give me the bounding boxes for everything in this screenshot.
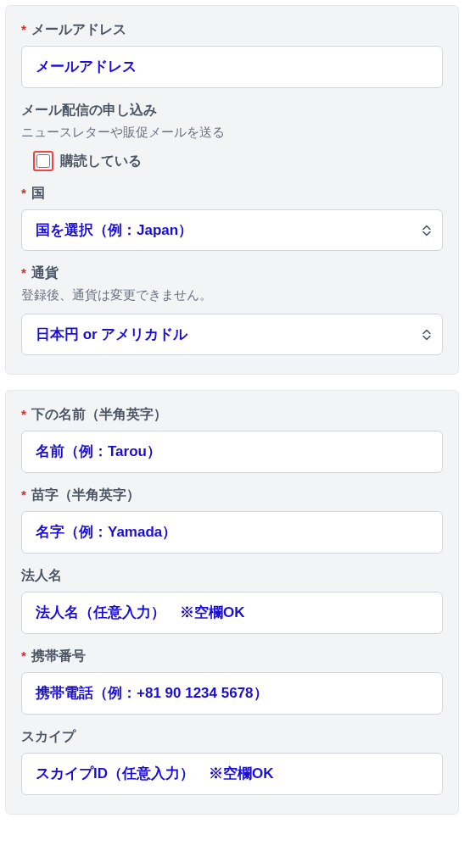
currency-helper: 登録後、通貨は変更できません。 xyxy=(21,287,443,303)
company-label: 法人名 xyxy=(21,567,62,585)
first-name-label: 下の名前（半角英字） xyxy=(31,406,167,424)
required-mark: * xyxy=(21,186,26,200)
newsletter-checkbox-label: 購読している xyxy=(60,153,142,170)
newsletter-helper: ニュースレターや販促メールを送る xyxy=(21,125,443,141)
skype-input[interactable] xyxy=(21,753,443,795)
currency-label: 通貨 xyxy=(31,264,59,282)
country-label: 国 xyxy=(31,185,45,203)
last-name-label: 苗字（半角英字） xyxy=(31,487,140,504)
first-name-input[interactable] xyxy=(21,431,443,473)
first-name-field-group: * 下の名前（半角英字） xyxy=(21,406,443,473)
newsletter-field-group: メール配信の申し込み ニュースレターや販促メールを送る 購読している xyxy=(21,102,443,171)
email-label: メールアドレス xyxy=(31,21,126,39)
email-field-group: * メールアドレス xyxy=(21,21,443,88)
email-input[interactable] xyxy=(21,46,443,88)
country-select[interactable]: 国を選択（例：Japan） xyxy=(21,209,443,251)
phone-input[interactable] xyxy=(21,672,443,715)
newsletter-label: メール配信の申し込み xyxy=(21,102,157,120)
phone-field-group: * 携帯番号 xyxy=(21,648,443,715)
account-panel: * メールアドレス メール配信の申し込み ニュースレターや販促メールを送る 購読… xyxy=(5,5,459,375)
currency-select[interactable]: 日本円 or アメリカドル xyxy=(21,314,443,355)
country-field-group: * 国 国を選択（例：Japan） xyxy=(21,185,443,251)
required-mark: * xyxy=(21,648,26,663)
required-mark: * xyxy=(21,22,26,36)
currency-field-group: * 通貨 登録後、通貨は変更できません。 日本円 or アメリカドル xyxy=(21,264,443,355)
company-field-group: 法人名 xyxy=(21,567,443,634)
required-mark: * xyxy=(21,487,26,502)
skype-label: スカイプ xyxy=(21,728,75,746)
required-mark: * xyxy=(21,407,26,421)
required-mark: * xyxy=(21,265,26,280)
personal-panel: * 下の名前（半角英字） * 苗字（半角英字） 法人名 * 携帯番号 スカイプ xyxy=(5,390,459,815)
newsletter-checkbox[interactable] xyxy=(36,154,50,168)
phone-label: 携帯番号 xyxy=(31,648,86,665)
checkbox-highlight-frame xyxy=(33,151,53,171)
last-name-field-group: * 苗字（半角英字） xyxy=(21,487,443,554)
company-input[interactable] xyxy=(21,592,443,634)
last-name-input[interactable] xyxy=(21,511,443,554)
skype-field-group: スカイプ xyxy=(21,728,443,795)
